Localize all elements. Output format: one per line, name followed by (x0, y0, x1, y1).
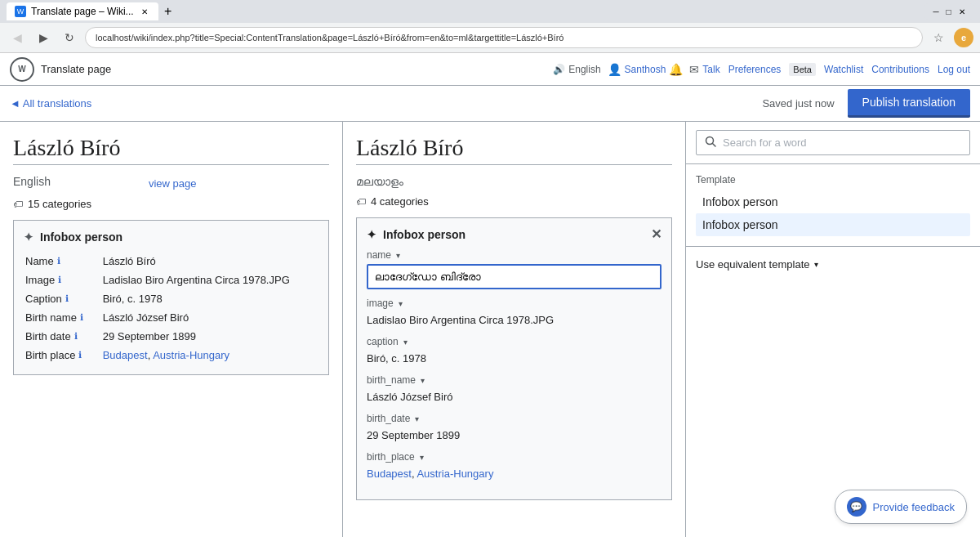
wiki-nav: Talk Preferences Beta Watchlist Contribu… (702, 63, 970, 76)
caption-field-value: Biró, c. 1978 (367, 351, 662, 366)
equiv-label: Use equivalent template (696, 258, 809, 271)
forward-button[interactable]: ▶ (33, 27, 54, 48)
template-item-label-1: Infobox person (702, 218, 778, 231)
dict-equiv: Use equivalent template ▾ (686, 246, 980, 282)
table-row: Birth name ℹ László József Biró (24, 308, 318, 327)
right-name-header: name ▾ (367, 249, 662, 261)
name-input[interactable] (367, 264, 662, 289)
table-row: Image ℹ Ladislao Biro Argentina Circa 19… (24, 271, 318, 289)
birth-country-ml-link[interactable]: Austria-Hungary (416, 468, 493, 480)
side-panel: Template Infobox person Infobox person U… (686, 122, 980, 537)
nav-logoff[interactable]: Log out (938, 64, 970, 75)
messages-icon[interactable]: ✉ (689, 63, 699, 76)
help-icon-image[interactable]: ℹ (58, 275, 61, 285)
left-lang-row: English view page (13, 175, 329, 191)
search-icon (705, 136, 716, 150)
right-name-label: name (367, 249, 391, 261)
field-name-caption: Caption ℹ (25, 293, 100, 305)
wiki-user[interactable]: 👤 Santhosh (608, 63, 666, 76)
left-panel: László Bíró English view page 🏷 15 categ… (0, 122, 343, 537)
field-name-image: Image ℹ (25, 274, 100, 286)
reload-button[interactable]: ↻ (59, 27, 80, 48)
right-caption-field: caption ▾ Biró, c. 1978 (367, 336, 662, 366)
right-image-field: image ▾ Ladislao Biro Argentina Circa 19… (367, 298, 662, 328)
right-birth-place-header: birth_place ▾ (367, 451, 662, 463)
new-tab-button[interactable]: + (158, 2, 178, 21)
nav-preferences[interactable]: Preferences (728, 64, 782, 75)
birth-date-expand-icon[interactable]: ▾ (415, 414, 419, 423)
birth-place-expand-icon[interactable]: ▾ (420, 453, 424, 462)
table-row: Caption ℹ Biró, c. 1978 (24, 289, 318, 308)
template-item-1[interactable]: Infobox person (696, 213, 970, 236)
name-expand-icon[interactable]: ▾ (396, 251, 400, 260)
use-equivalent-template[interactable]: Use equivalent template ▾ (696, 253, 970, 275)
user-name: Santhosh (625, 64, 666, 75)
notifications-icon[interactable]: 🔔 (669, 63, 683, 76)
field-value-image: Ladislao Biro Argentina Circa 1978.JPG (101, 271, 318, 289)
right-lang-label: മലയാളം (356, 175, 672, 189)
view-page-link[interactable]: view page (149, 177, 197, 190)
field-value-birth-date: 29 September 1899 (101, 327, 318, 346)
publish-button[interactable]: Publish translation (848, 89, 970, 118)
image-expand-icon[interactable]: ▾ (399, 299, 403, 308)
dict-search (686, 122, 980, 164)
help-icon-birth-date[interactable]: ℹ (74, 331, 78, 342)
dict-search-input[interactable] (723, 136, 961, 149)
right-name-field: name ▾ (367, 249, 662, 289)
nav-talk[interactable]: Talk (702, 64, 719, 75)
help-icon-caption[interactable]: ℹ (65, 293, 69, 304)
right-birth-name-header: birth_name ▾ (367, 374, 662, 386)
back-button[interactable]: ◀ (7, 27, 28, 48)
birth-place-ml-link[interactable]: Budapest (367, 468, 412, 480)
user-avatar[interactable]: e (954, 28, 973, 47)
left-categories-count: 15 categories (28, 198, 91, 210)
browser-tab[interactable]: W Translate page – Wiki... ✕ (7, 2, 158, 20)
template-label: Template (696, 174, 970, 186)
tab-favicon: W (15, 6, 26, 17)
caption-expand-icon[interactable]: ▾ (403, 338, 408, 347)
field-name-birth-name: Birth name ℹ (25, 311, 100, 324)
bookmark-button[interactable]: ☆ (928, 27, 949, 48)
help-icon-name[interactable]: ℹ (57, 256, 60, 266)
back-to-translations[interactable]: ◄ All translations (10, 97, 91, 110)
help-icon-birth-name[interactable]: ℹ (80, 312, 83, 323)
right-image-header: image ▾ (367, 298, 662, 309)
birth-name-expand-icon[interactable]: ▾ (421, 376, 425, 385)
table-row: Name ℹ László Bíró (24, 252, 318, 271)
nav-contributions[interactable]: Contributions (871, 64, 929, 75)
birth-place-link[interactable]: Budapest (103, 349, 148, 361)
field-value-birth-place: Budapest, Austria-Hungary (101, 346, 318, 365)
nav-watchlist[interactable]: Watchlist (824, 64, 863, 75)
right-panel: László Bíró മലയാളം 🏷 4 categories ✦ Info… (343, 122, 686, 537)
field-name-birth-place: Birth place ℹ (25, 349, 100, 361)
field-value-birth-name: László József Biró (101, 308, 318, 327)
dict-search-bar (696, 130, 970, 155)
wiki-header: W Translate page 🔊 English 👤 Santhosh 🔔 … (0, 53, 980, 86)
birth-country-link[interactable]: Austria-Hungary (153, 349, 229, 361)
right-puzzle-icon: ✦ (367, 228, 376, 241)
chevron-down-icon: ▾ (814, 260, 818, 269)
address-bar[interactable]: localhost/wiki/index.php?title=Special:C… (85, 27, 923, 48)
infobox-close-button[interactable]: ✕ (651, 228, 662, 241)
help-icon-birth-place[interactable]: ℹ (78, 350, 82, 360)
birth-place-field-value: Budapest, Austria-Hungary (367, 466, 662, 481)
tab-title: Translate page – Wiki... (31, 6, 134, 17)
feedback-label: Provide feedback (873, 501, 955, 513)
field-name-birth-date: Birth date ℹ (25, 330, 100, 342)
browser-titlebar: W Translate page – Wiki... ✕ + ─ □ ✕ (0, 0, 980, 23)
right-birth-date-header: birth_date ▾ (367, 413, 662, 424)
birth-name-field-value: László József Biró (367, 389, 662, 405)
address-text: localhost/wiki/index.php?title=Special:C… (96, 33, 564, 43)
site-name: Translate page (41, 63, 111, 75)
right-image-label: image (367, 298, 394, 309)
right-birth-date-field: birth_date ▾ 29 September 1899 (367, 413, 662, 443)
left-article-title: László Bíró (13, 135, 329, 165)
tab-close-button[interactable]: ✕ (139, 6, 150, 17)
left-infobox-title: Infobox person (40, 230, 122, 244)
template-item-0[interactable]: Infobox person (696, 190, 970, 213)
feedback-button[interactable]: 💬 Provide feedback (835, 490, 967, 524)
table-row: Birth date ℹ 29 September 1899 (24, 327, 318, 346)
field-value-name: László Bíró (101, 252, 318, 271)
right-birth-date-label: birth_date (367, 413, 410, 424)
nav-beta: Beta (789, 63, 816, 76)
